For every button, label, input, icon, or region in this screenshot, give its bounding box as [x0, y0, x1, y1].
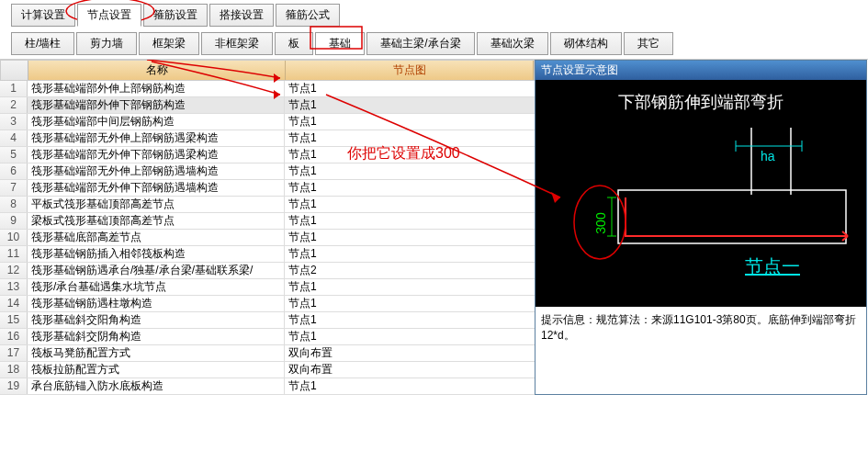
row-name: 筏形基础钢筋遇柱墩构造: [28, 296, 285, 311]
sec-tab-shearwall[interactable]: 剪力墙: [76, 32, 137, 55]
row-node[interactable]: 节点1: [285, 329, 535, 344]
table-row[interactable]: 10筏形基础底部高差节点节点1: [0, 230, 535, 246]
row-node[interactable]: 节点1: [285, 114, 535, 130]
table-row[interactable]: 14筏形基础钢筋遇柱墩构造节点1: [0, 296, 535, 312]
table-row[interactable]: 18筏板拉筋配置方式双向布置: [0, 362, 535, 378]
tab-stirrup-settings[interactable]: 箍筋设置: [143, 4, 208, 27]
table-row[interactable]: 19承台底筋锚入防水底板构造节点1: [0, 378, 535, 395]
table-row[interactable]: 15筏形基础斜交阳角构造节点1: [0, 312, 535, 329]
sec-tab-foundation[interactable]: 基础: [315, 32, 365, 55]
ha-label: ha: [761, 149, 775, 163]
row-index: 8: [0, 197, 28, 212]
table-row[interactable]: 1筏形基础端部外伸上部钢筋构造节点1: [0, 81, 535, 97]
row-node[interactable]: 节点2: [285, 263, 535, 278]
row-index: 1: [0, 81, 28, 96]
row-name: 筏形基础端部无外伸上部钢筋遇梁构造: [28, 130, 285, 146]
tab-calc-settings[interactable]: 计算设置: [11, 4, 75, 27]
table-row[interactable]: 12筏形基础钢筋遇承台/独基/承台梁/基础联系梁/节点2: [0, 263, 535, 279]
diagram-panel: 节点设置示意图 下部钢筋伸到端部弯折 ha: [535, 60, 867, 395]
row-node[interactable]: 节点1: [285, 230, 535, 245]
diagram-canvas: 下部钢筋伸到端部弯折 ha 300: [535, 80, 866, 307]
row-index: 19: [0, 378, 28, 394]
sec-tab-foundation-subbeam[interactable]: 基础次梁: [477, 32, 548, 55]
table-row[interactable]: 2筏形基础端部外伸下部钢筋构造节点1: [0, 97, 535, 114]
row-node[interactable]: 节点1: [285, 312, 535, 328]
header-node: 节点图: [286, 61, 534, 80]
row-name: 筏形基础端部外伸上部钢筋构造: [28, 81, 285, 96]
row-node[interactable]: 节点1: [285, 296, 535, 311]
row-name: 筏形基础端部无外伸下部钢筋遇梁构造: [28, 147, 285, 163]
row-node[interactable]: 节点1: [285, 378, 535, 394]
row-name: 筏板拉筋配置方式: [28, 362, 285, 377]
row-name: 梁板式筏形基础顶部高差节点: [28, 213, 285, 229]
row-node[interactable]: 双向布置: [285, 345, 535, 361]
row-index: 15: [0, 312, 28, 328]
table-row[interactable]: 16筏形基础斜交阴角构造节点1: [0, 329, 535, 345]
row-name: 筏形基础钢筋插入相邻筏板构造: [28, 246, 285, 262]
sec-tab-slab[interactable]: 板: [275, 32, 313, 55]
row-node[interactable]: 节点1: [285, 163, 535, 179]
sec-tab-foundation-mainbeam[interactable]: 基础主梁/承台梁: [366, 32, 474, 55]
row-index: 3: [0, 114, 28, 130]
table-row[interactable]: 4筏形基础端部无外伸上部钢筋遇梁构造节点1: [0, 130, 535, 147]
row-node[interactable]: 节点1: [285, 147, 535, 163]
row-node[interactable]: 节点1: [285, 246, 535, 262]
table-row[interactable]: 17筏板马凳筋配置方式双向布置: [0, 345, 535, 362]
table-row[interactable]: 7筏形基础端部无外伸下部钢筋遇墙构造节点1: [0, 180, 535, 197]
tab-node-settings[interactable]: 节点设置: [77, 4, 141, 27]
dim-300-label: 300: [593, 212, 608, 234]
row-name: 筏形/承台基础遇集水坑节点: [28, 279, 285, 295]
header-index: [1, 61, 28, 80]
diagram-footer: 节点一: [745, 256, 800, 276]
sec-tab-column[interactable]: 柱/墙柱: [11, 32, 74, 55]
table-header: 名称 节点图: [0, 60, 535, 81]
table-row[interactable]: 8平板式筏形基础顶部高差节点节点1: [0, 197, 535, 213]
diagram-heading: 下部钢筋伸到端部弯折: [618, 93, 783, 111]
row-name: 筏形基础端部无外伸下部钢筋遇墙构造: [28, 180, 285, 196]
row-name: 承台底筋锚入防水底板构造: [28, 378, 285, 394]
row-name: 筏形基础斜交阳角构造: [28, 312, 285, 328]
row-node[interactable]: 节点1: [285, 197, 535, 212]
row-node[interactable]: 节点1: [285, 279, 535, 295]
header-name: 名称: [28, 61, 286, 80]
row-node[interactable]: 双向布置: [285, 362, 535, 377]
row-node[interactable]: 节点1: [285, 97, 535, 113]
secondary-tab-bar: 柱/墙柱 剪力墙 框架梁 非框架梁 板 基础 基础主梁/承台梁 基础次梁 砌体结…: [0, 27, 868, 60]
row-name: 筏形基础钢筋遇承台/独基/承台梁/基础联系梁/: [28, 263, 285, 278]
row-index: 14: [0, 296, 28, 311]
row-name: 筏板马凳筋配置方式: [28, 345, 285, 361]
row-index: 13: [0, 279, 28, 295]
row-name: 平板式筏形基础顶部高差节点: [28, 197, 285, 212]
sec-tab-framebeam[interactable]: 框架梁: [139, 32, 199, 55]
row-index: 4: [0, 130, 28, 146]
sec-tab-nonframebeam[interactable]: 非框架梁: [201, 32, 273, 55]
tab-stirrup-formula[interactable]: 箍筋公式: [276, 4, 340, 27]
row-name: 筏形基础端部中间层钢筋构造: [28, 114, 285, 130]
row-index: 16: [0, 329, 28, 344]
row-index: 10: [0, 230, 28, 245]
row-index: 12: [0, 263, 28, 278]
table-row[interactable]: 9梁板式筏形基础顶部高差节点节点1: [0, 213, 535, 230]
row-node[interactable]: 节点1: [285, 213, 535, 229]
row-node[interactable]: 节点1: [285, 81, 535, 96]
row-index: 6: [0, 163, 28, 179]
table-row[interactable]: 13筏形/承台基础遇集水坑节点节点1: [0, 279, 535, 296]
tab-lap-settings[interactable]: 搭接设置: [209, 4, 274, 27]
main-tab-bar: 计算设置 节点设置 箍筋设置 搭接设置 箍筋公式: [0, 0, 868, 27]
sec-tab-other[interactable]: 其它: [624, 32, 673, 55]
settings-table: 名称 节点图 1筏形基础端部外伸上部钢筋构造节点12筏形基础端部外伸下部钢筋构造…: [0, 60, 535, 395]
table-row[interactable]: 5筏形基础端部无外伸下部钢筋遇梁构造节点1: [0, 147, 535, 163]
table-row[interactable]: 6筏形基础端部无外伸上部钢筋遇墙构造节点1: [0, 163, 535, 180]
diagram-title-bar: 节点设置示意图: [535, 61, 866, 80]
row-index: 18: [0, 362, 28, 377]
row-name: 筏形基础端部外伸下部钢筋构造: [28, 97, 285, 113]
row-index: 9: [0, 213, 28, 229]
table-row[interactable]: 3筏形基础端部中间层钢筋构造节点1: [0, 114, 535, 130]
row-node[interactable]: 节点1: [285, 130, 535, 146]
row-name: 筏形基础底部高差节点: [28, 230, 285, 245]
row-node[interactable]: 节点1: [285, 180, 535, 196]
row-index: 2: [0, 97, 28, 113]
sec-tab-masonry[interactable]: 砌体结构: [550, 32, 622, 55]
row-index: 5: [0, 147, 28, 163]
table-row[interactable]: 11筏形基础钢筋插入相邻筏板构造节点1: [0, 246, 535, 263]
